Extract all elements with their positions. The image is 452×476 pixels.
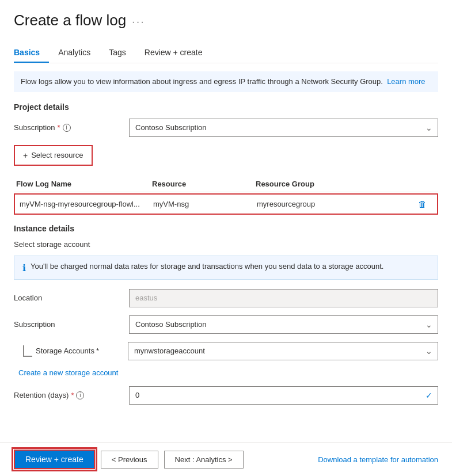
next-button[interactable]: Next : Analytics > — [164, 451, 244, 469]
subscription-label: Subscription * i — [14, 123, 129, 132]
instance-details-title: Instance details — [14, 224, 438, 233]
retention-label: Retention (days) * i — [14, 391, 129, 399]
instance-details-section: Instance details Select storage account … — [14, 224, 438, 405]
location-input — [129, 289, 438, 307]
storage-dropdown[interactable]: mynwstorageaccount — [128, 342, 438, 360]
select-storage-label: Select storage account — [14, 240, 438, 249]
resource-cell: myVM-nsg — [153, 195, 257, 213]
tab-tags[interactable]: Tags — [109, 43, 135, 63]
subscription-dropdown-wrapper: Contoso Subscription — [129, 119, 438, 137]
location-row: Location — [14, 289, 438, 307]
retention-info-icon[interactable]: i — [76, 391, 84, 399]
select-resource-button[interactable]: + Select resource — [14, 145, 93, 166]
page-title-dots: ··· — [132, 15, 145, 28]
select-resource-label: Select resource — [31, 151, 83, 159]
col-header-flow-log-name: Flow Log Name — [14, 176, 152, 192]
col-header-resource: Resource — [152, 176, 256, 192]
resource-group-value: myresourcegroup — [257, 200, 315, 208]
storage-required-marker: * — [96, 346, 99, 355]
tab-analytics[interactable]: Analytics — [58, 43, 100, 63]
subscription2-control: Contoso Subscription — [129, 315, 438, 334]
resource-table-headers: Flow Log Name Resource Resource Group — [14, 176, 438, 192]
storage-accounts-row: Storage Accounts * mynwstorageaccount — [14, 342, 438, 360]
download-template-link[interactable]: Download a template for automation — [318, 455, 438, 464]
location-control — [129, 289, 438, 307]
info-notice: ℹ You'll be charged normal data rates fo… — [14, 256, 438, 280]
resource-group-cell: myresourcegroup 🗑 — [257, 195, 437, 214]
info-notice-icon: ℹ — [22, 262, 26, 273]
tabs-row: Basics Analytics Tags Review + create — [14, 43, 438, 63]
required-marker: * — [58, 123, 60, 132]
subscription-dropdown[interactable]: Contoso Subscription — [129, 119, 438, 137]
subscription2-dropdown[interactable]: Contoso Subscription — [129, 315, 438, 334]
subscription-control: Contoso Subscription — [129, 119, 438, 137]
info-notice-text: You'll be charged normal data rates for … — [31, 262, 383, 271]
plus-icon: + — [23, 151, 28, 160]
page-title: Create a flow log — [14, 12, 126, 29]
location-label: Location — [14, 294, 129, 302]
subscription-info-icon[interactable]: i — [63, 124, 71, 132]
retention-control: ✓ — [129, 386, 438, 405]
footer-bar: Review + create < Previous Next : Analyt… — [0, 442, 452, 476]
project-details-title: Project details — [14, 102, 438, 112]
subscription2-dropdown-wrapper: Contoso Subscription — [129, 315, 438, 334]
learn-more-link[interactable]: Learn more — [387, 77, 425, 86]
previous-button[interactable]: < Previous — [101, 451, 158, 469]
indent-mark — [23, 345, 32, 357]
storage-dropdown-wrapper: mynwstorageaccount — [128, 342, 438, 360]
subscription2-label: Subscription — [14, 320, 129, 329]
create-storage-link-row: Create a new storage account — [18, 368, 438, 377]
review-create-button[interactable]: Review + create — [14, 450, 95, 469]
tab-basics[interactable]: Basics — [14, 43, 49, 63]
storage-accounts-label: Storage Accounts * — [36, 346, 128, 355]
retention-row: Retention (days) * i ✓ — [14, 386, 438, 405]
col-header-resource-group: Resource Group — [256, 176, 438, 192]
subscription2-row: Subscription Contoso Subscription — [14, 315, 438, 334]
retention-required-marker: * — [71, 391, 74, 399]
selected-resource-row: myVM-nsg-myresourcegroup-flowl... myVM-n… — [14, 193, 438, 215]
storage-accounts-control: mynwstorageaccount — [128, 342, 438, 360]
retention-check-icon: ✓ — [426, 391, 432, 400]
delete-row-icon[interactable]: 🗑 — [418, 199, 427, 209]
info-bar-text: Flow logs allow you to view information … — [21, 77, 383, 86]
create-storage-link[interactable]: Create a new storage account — [18, 368, 118, 377]
info-bar: Flow logs allow you to view information … — [14, 71, 438, 92]
flow-log-name-cell: myVM-nsg-myresourcegroup-flowl... — [15, 195, 153, 213]
tab-review-create[interactable]: Review + create — [145, 43, 212, 63]
subscription-row: Subscription * i Contoso Subscription — [14, 119, 438, 137]
retention-input[interactable] — [129, 386, 438, 405]
